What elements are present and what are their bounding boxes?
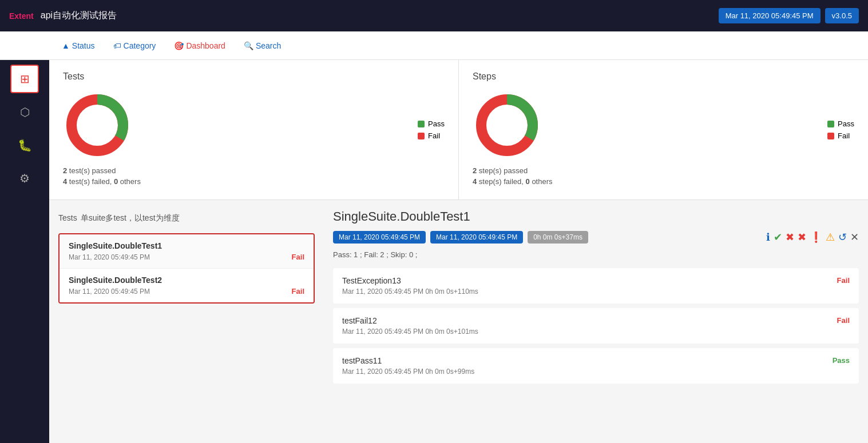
tests-failed-label: test(s) failed, <box>69 177 112 186</box>
nav-search[interactable]: 🔍 Search <box>237 37 288 55</box>
test-item-1[interactable]: SingleSuite.DoubleTest2 Mar 11, 2020 05:… <box>60 269 314 302</box>
sidebar-item-category[interactable]: ⬡ <box>10 98 39 126</box>
tests-subtitle: 单suite多test，以test为维度 <box>81 213 180 222</box>
check-icon[interactable]: ✔ <box>774 231 782 244</box>
error-icon-1[interactable]: ✖ <box>786 231 794 244</box>
nav-status[interactable]: ▲ Status <box>55 37 102 55</box>
version-badge: v3.0.5 <box>825 8 859 23</box>
steps-failed-line: 4 step(s) failed, 0 others <box>473 177 814 186</box>
steps-pass-dot <box>827 121 834 127</box>
nav-dashboard-label: Dashboard <box>186 41 225 50</box>
topbar: Extent api自动化测试报告 Mar 11, 2020 05:49:45 … <box>0 0 868 31</box>
steps-failed-label: step(s) failed, <box>479 177 524 186</box>
steps-others-label: others <box>532 177 552 186</box>
tests-stats: 2 test(s) passed 4 test(s) failed, 0 oth… <box>63 166 404 186</box>
tests-list-panel: Tests 单suite多test，以test为维度 SingleSuite.D… <box>49 200 324 397</box>
category-icon: 🏷 <box>113 41 121 50</box>
brand-area: Extent api自动化测试报告 <box>9 10 117 22</box>
steps-failed-count: 4 <box>473 177 477 186</box>
brand-name: Extent <box>9 11 34 21</box>
svg-point-5 <box>490 108 524 142</box>
steps-fail-label: Fail <box>838 131 850 140</box>
datetime-badge: Mar 11, 2020 05:49:45 PM <box>719 8 821 23</box>
tests-card-left: Tests 2 test(s) passed <box>63 71 404 188</box>
detail-badges: Mar 11, 2020 05:49:45 PM Mar 11, 2020 05… <box>333 231 859 244</box>
nav-category[interactable]: 🏷 Category <box>106 37 163 55</box>
step-name-1: testFail12 <box>342 316 478 325</box>
test-item-name-0: SingleSuite.DoubleTest1 <box>69 241 304 250</box>
tests-summary-card: Tests 2 test(s) passed <box>49 60 459 199</box>
step-card-2: testPass11 Mar 11, 2020 05:49:45 PM 0h 0… <box>333 348 859 384</box>
bug-icon: 🐛 <box>18 138 32 152</box>
steps-summary-card: Steps 2 step(s) passed <box>459 60 868 199</box>
steps-others-count: 0 <box>526 177 530 186</box>
step-card-left-2: testPass11 Mar 11, 2020 05:49:45 PM 0h 0… <box>342 356 474 376</box>
nav-dashboard[interactable]: 🎯 Dashboard <box>167 37 232 55</box>
step-time-2: Mar 11, 2020 05:49:45 PM 0h 0m 0s+99ms <box>342 368 474 376</box>
steps-passed-count: 2 <box>473 166 477 175</box>
tests-passed-count: 2 <box>63 166 67 175</box>
steps-card-left: Steps 2 step(s) passed <box>473 71 814 188</box>
tests-fail-dot <box>418 133 425 139</box>
test-item-0[interactable]: SingleSuite.DoubleTest1 Mar 11, 2020 05:… <box>60 234 314 269</box>
tests-legend: Pass Fail <box>418 119 445 140</box>
tests-pass-dot <box>418 121 425 127</box>
topbar-right: Mar 11, 2020 05:49:45 PM v3.0.5 <box>719 8 859 23</box>
warning-icon[interactable]: ⚠ <box>826 231 835 244</box>
tests-card-title: Tests <box>63 71 404 82</box>
step-card-0: TestException13 Mar 11, 2020 05:49:45 PM… <box>333 268 859 304</box>
tests-failed-line: 4 test(s) failed, 0 others <box>63 177 404 186</box>
refresh-icon[interactable]: ↺ <box>838 231 847 244</box>
step-status-2: Pass <box>833 356 850 365</box>
tests-failed-count: 4 <box>63 177 67 186</box>
main-layout: ⊞ ⬡ 🐛 ⚙ Tests <box>0 60 868 443</box>
tests-section: Tests 单suite多test，以test为维度 SingleSuite.D… <box>49 200 868 397</box>
steps-fail-dot <box>827 133 834 139</box>
detail-action-icons: ℹ ✔ ✖ ✖ ❗ ⚠ ↺ ✕ <box>766 231 859 244</box>
steps-list: TestException13 Mar 11, 2020 05:49:45 PM… <box>333 268 859 384</box>
close-icon[interactable]: ✕ <box>850 231 859 244</box>
test-item-footer-1: Mar 11, 2020 05:49:45 PM Fail <box>69 287 304 296</box>
step-name-0: TestException13 <box>342 276 478 285</box>
tests-section-title: Tests 单suite多test，以test为维度 <box>58 209 315 224</box>
test-item-footer-0: Mar 11, 2020 05:49:45 PM Fail <box>69 253 304 261</box>
tag-icon: ⬡ <box>20 105 30 119</box>
steps-legend: Pass Fail <box>827 119 854 140</box>
sidebar-item-bugs[interactable]: 🐛 <box>10 131 39 159</box>
grid-icon: ⊞ <box>20 72 30 86</box>
step-card-left-1: testFail12 Mar 11, 2020 05:49:45 PM 0h 0… <box>342 316 478 336</box>
tests-donut <box>63 91 132 159</box>
test-item-status-1: Fail <box>292 287 304 296</box>
step-time-0: Mar 11, 2020 05:49:45 PM 0h 0m 0s+110ms <box>342 288 478 296</box>
steps-passed-line: 2 step(s) passed <box>473 166 814 175</box>
steps-donut <box>473 91 541 159</box>
nav-search-label: Search <box>256 41 281 50</box>
detail-badge-1: Mar 11, 2020 05:49:45 PM <box>333 231 426 244</box>
tests-legend-fail: Fail <box>418 131 445 140</box>
content: Tests 2 test(s) passed <box>49 60 868 443</box>
gear-icon: ⚙ <box>19 171 30 185</box>
steps-pass-label: Pass <box>838 119 854 128</box>
exclamation-icon[interactable]: ❗ <box>810 231 822 244</box>
report-title: api自动化测试报告 <box>41 10 117 22</box>
test-list-container: SingleSuite.DoubleTest1 Mar 11, 2020 05:… <box>58 233 315 304</box>
test-item-time-1: Mar 11, 2020 05:49:45 PM <box>69 288 150 296</box>
navbar: ▲ Status 🏷 Category 🎯 Dashboard 🔍 Search <box>0 31 868 60</box>
steps-passed-label: step(s) passed <box>479 166 528 175</box>
nav-category-label: Category <box>124 41 156 50</box>
tests-passed-line: 2 test(s) passed <box>63 166 404 175</box>
dashboard-icon: 🎯 <box>174 41 184 50</box>
error-icon-2[interactable]: ✖ <box>798 231 806 244</box>
search-icon: 🔍 <box>244 41 253 50</box>
info-icon[interactable]: ℹ <box>766 231 770 244</box>
sidebar: ⊞ ⬡ 🐛 ⚙ <box>0 60 49 443</box>
detail-panel: SingleSuite.DoubleTest1 Mar 11, 2020 05:… <box>324 200 868 397</box>
steps-legend-pass: Pass <box>827 119 854 128</box>
test-item-name-1: SingleSuite.DoubleTest2 <box>69 276 304 285</box>
step-status-0: Fail <box>837 276 850 285</box>
sidebar-item-settings[interactable]: ⚙ <box>10 164 39 193</box>
sidebar-item-dashboard[interactable]: ⊞ <box>10 65 39 93</box>
step-time-1: Mar 11, 2020 05:49:45 PM 0h 0m 0s+101ms <box>342 328 478 336</box>
tests-others-label: others <box>120 177 141 186</box>
step-status-1: Fail <box>837 316 850 325</box>
